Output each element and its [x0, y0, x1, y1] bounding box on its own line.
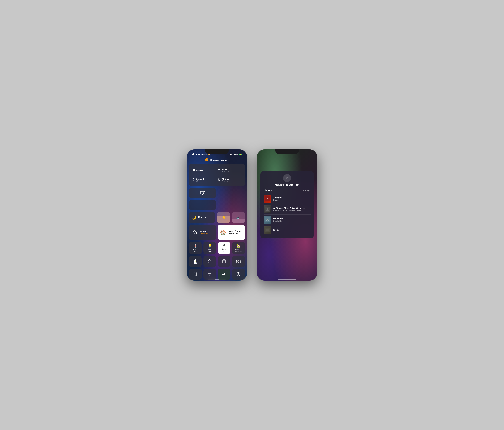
home-bar-2	[278, 279, 297, 280]
phone-1-screen: vodafone UK 📶 ▶ 100% ⚡ 🎤 Shazam, recentl…	[187, 149, 247, 281]
camera-icon	[236, 260, 241, 263]
song-item-bigger-blast[interactable]: A Bigger Blast (Live;Origin... Ben Mille…	[263, 204, 311, 215]
timer-tile[interactable]	[203, 256, 216, 267]
svg-rect-2	[193, 169, 194, 171]
songs-count: 4 Songs	[303, 189, 311, 192]
svg-rect-28	[236, 260, 241, 263]
focus-label: Focus	[198, 216, 206, 219]
svg-point-55	[238, 274, 239, 274]
song-info-brute: Brute	[273, 229, 279, 231]
song-artist-my-rival: Steely Dan	[273, 220, 283, 222]
svg-point-23	[224, 262, 225, 262]
sound-wave-icon	[222, 273, 226, 276]
carrier-name: vodafone UK	[194, 153, 207, 156]
svg-rect-1	[193, 170, 193, 171]
home-tile-title: Home	[200, 230, 208, 233]
svg-line-19	[210, 261, 210, 262]
ben-art	[265, 207, 270, 211]
wifi-toggle[interactable]: Wi-Fi vodafone	[217, 166, 243, 175]
music-recognition-title: Music Recognition	[263, 183, 311, 186]
calculator-tile[interactable]	[218, 256, 231, 267]
focus-moon-icon: 🌙	[191, 215, 196, 220]
svg-rect-30	[238, 260, 239, 261]
shazam-banner-text: Shazam, recently	[210, 158, 229, 161]
song-item-my-rival[interactable]: My Rival Steely Dan	[263, 215, 311, 225]
clock-tile[interactable]	[232, 269, 245, 280]
status-right: ▶ 100% ⚡	[230, 153, 243, 156]
airdrop-toggle[interactable]: AirDrop Contacts	[217, 175, 243, 185]
phone-2-screen: Music Recognition History 4 Songs	[257, 149, 317, 281]
bluetooth-toggle[interactable]: Bluetooth Off	[191, 175, 217, 185]
song-item-brute[interactable]: Brute	[263, 225, 311, 235]
svg-rect-0	[192, 170, 192, 171]
study-lights-tile[interactable]: StudyLights	[218, 242, 231, 254]
svg-point-15	[195, 261, 196, 262]
study-lamp-icon	[222, 244, 226, 247]
notch-2	[275, 149, 299, 154]
home-tile[interactable]: Home Favourites	[189, 225, 216, 240]
camera-tile[interactable]	[232, 256, 245, 267]
kitchen-therm-tile[interactable]: 🌡️ KitchenTherm...	[189, 242, 202, 254]
living-lights-tile[interactable]: 💡 Living...Lights	[203, 242, 216, 254]
svg-rect-27	[225, 263, 225, 263]
shazam-logo-icon	[285, 176, 289, 180]
sound-recognition-tile[interactable]	[218, 269, 231, 280]
svg-line-12	[225, 245, 225, 245]
flashlight-tile[interactable]	[189, 256, 202, 267]
living-room-tile[interactable]: 🏠 Living Room Lights Off	[218, 225, 245, 240]
notch	[205, 149, 229, 154]
song-art-my-rival	[263, 216, 271, 224]
wifi-label: Wi-Fi	[222, 168, 229, 171]
remote-icon	[194, 272, 197, 276]
bluetooth-icon	[192, 178, 194, 182]
living-room-icon: 🏠	[220, 230, 226, 235]
svg-point-36	[195, 276, 196, 276]
remote-tile[interactable]	[189, 269, 202, 280]
music-rec-header: History 4 Songs	[263, 189, 311, 192]
clock-icon	[236, 272, 241, 276]
svg-text:K: K	[267, 198, 268, 200]
shazam-banner[interactable]: 🎤 Shazam, recently	[187, 157, 247, 163]
svg-line-40	[209, 275, 210, 276]
focus-tile[interactable]: 🌙 Focus	[189, 212, 215, 223]
bluetooth-sub: Off	[196, 180, 204, 182]
location-icon: ▶	[230, 153, 232, 155]
svg-point-34	[196, 274, 196, 275]
song-artist-tonight: Kaskade	[273, 199, 282, 201]
living-lights-label: Living...Lights	[207, 248, 212, 252]
lamp-icon: 💡	[208, 244, 212, 248]
accessibility-icon	[208, 272, 212, 276]
conservatory-tile[interactable]: 🏡 Conser...HomeP...	[232, 242, 245, 254]
timer-icon	[208, 259, 212, 263]
connectivity-block[interactable]: Cellular Wi-Fi vo	[189, 164, 245, 186]
cellular-toggle[interactable]: Cellular	[191, 166, 217, 175]
svg-point-22	[223, 262, 224, 262]
flashlight-icon	[194, 259, 197, 263]
song-info-tonight: Tonight Kaskade	[273, 196, 282, 201]
screen-mirror-tile[interactable]	[189, 188, 216, 198]
svg-rect-6	[194, 233, 195, 234]
shazam-logo-wrap	[263, 174, 311, 182]
svg-rect-84	[266, 229, 269, 231]
living-room-title: Living Room Lights Off	[228, 230, 241, 235]
wifi-icon	[217, 168, 221, 172]
home-tile-sub: Favourites	[200, 233, 208, 235]
svg-point-79	[267, 208, 268, 210]
accessibility-tile[interactable]	[203, 269, 216, 280]
song-item-tonight[interactable]: K Tonight Kaskade	[263, 194, 311, 204]
song-title-my-rival: My Rival	[273, 217, 283, 220]
music-recognition-panel: Music Recognition History 4 Songs	[261, 171, 314, 238]
home-icon	[191, 229, 198, 236]
svg-rect-80	[266, 210, 269, 211]
svg-point-37	[209, 272, 210, 273]
volume-tile[interactable]: 🔈	[232, 212, 245, 223]
conservatory-label: Conser...HomeP...	[235, 248, 242, 252]
shazam-logo[interactable]	[283, 174, 291, 182]
airdrop-sub: Contacts	[222, 180, 229, 182]
shazam-mic-icon: 🎤	[205, 158, 208, 161]
study-lights-label: StudyLights	[222, 248, 226, 252]
svg-rect-21	[223, 260, 225, 261]
brightness-tile[interactable]: ☀️	[217, 212, 230, 223]
signal-bars	[191, 153, 194, 155]
battery-indicator: ⚡	[239, 153, 243, 155]
